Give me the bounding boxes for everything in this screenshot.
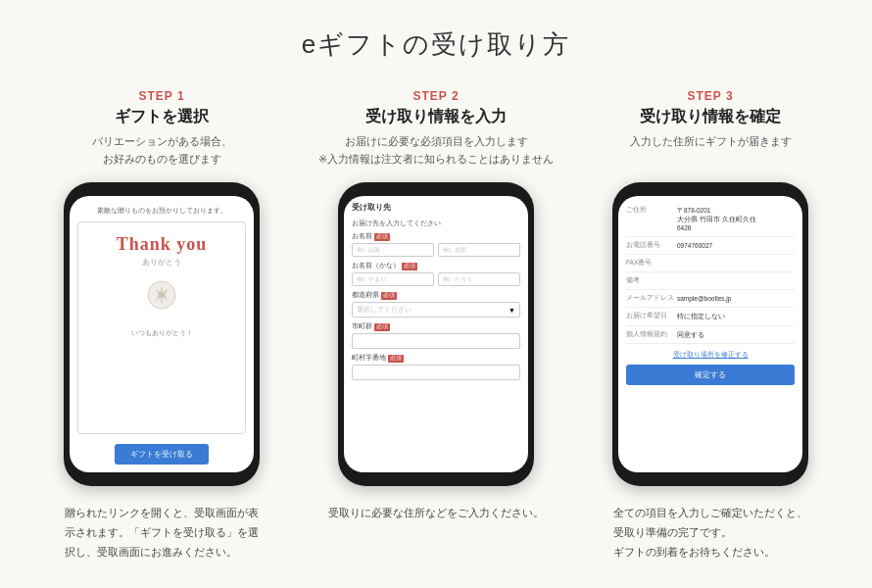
step1-footer: 贈られたリンクを開くと、受取画面が表示されます。「ギフトを受け取る」を選択し、受…	[65, 504, 259, 562]
step1-phone: 素敵な贈りものをお預かりしております。 Thank you ありがとう いつもあ…	[64, 182, 260, 486]
kana-required-badge: 必須	[402, 263, 417, 270]
ribbon-icon	[142, 275, 181, 315]
prefecture-select[interactable]: 選択してください ▼	[352, 302, 520, 318]
screen2-section-title: 受け取り先	[352, 202, 520, 213]
name-label: お名前 必須	[352, 232, 520, 241]
thank-you-text: Thank you	[117, 234, 208, 255]
info-row-privacy: 個人情報規約 同意する	[626, 326, 795, 344]
info-row-address: ご住所 〒878-0201大分県 竹田市 久住町久住6426	[626, 202, 795, 237]
screen1-top-text: 素敵な贈りものをお預かりしております。	[97, 206, 227, 216]
phone3-notch	[681, 182, 740, 192]
step3-footer: 全ての項目を入力しご確定いただくと、受取り準備の完了です。ギフトの到着をお待ちく…	[613, 504, 807, 562]
edit-address-link[interactable]: 受け取り場所を修正する	[626, 350, 795, 360]
step3-desc: 入力した住所にギフトが届きます	[630, 133, 792, 169]
info-row-note: 備考	[626, 272, 795, 290]
phone2-notch	[407, 182, 465, 192]
address-label: 町村字番地 必須	[352, 354, 520, 363]
step3-screen: ご住所 〒878-0201大分県 竹田市 久住町久住6426 お電話番号 097…	[618, 196, 802, 472]
kana-inputs: 例）やまだ 例）たろう	[352, 272, 520, 286]
info-row-phone: お電話番号 0974760027	[626, 237, 795, 255]
step3-phone: ご住所 〒878-0201大分県 竹田市 久住町久住6426 お電話番号 097…	[612, 182, 808, 486]
city-input[interactable]	[352, 333, 520, 349]
name-group: お名前 必須 例）山田 例）太郎	[352, 232, 520, 257]
city-required-badge: 必須	[374, 323, 390, 331]
step1-label: STEP 1	[138, 89, 184, 103]
confirm-button[interactable]: 確定する	[626, 365, 795, 385]
city-label: 市町群 必須	[352, 322, 520, 331]
step2-label: STEP 2	[412, 89, 459, 103]
step2-footer: 受取りに必要な住所などをご入力ください。	[328, 504, 544, 523]
screen2-prompt: お届け先を入力してください	[352, 219, 520, 228]
select-chevron-icon: ▼	[509, 307, 515, 314]
prefecture-placeholder: 選択してください	[357, 306, 412, 315]
kana-input-2[interactable]: 例）たろう	[438, 272, 520, 286]
page-title: eギフトの受け取り方	[29, 27, 843, 62]
info-row-email: メールアドレス sample@bootles.jp	[626, 290, 795, 308]
info-row-delivery-date: お届け希望日 特に指定しない	[626, 308, 795, 325]
address-input[interactable]	[352, 365, 520, 380]
name-input-2[interactable]: 例）太郎	[438, 243, 520, 257]
gift-button[interactable]: ギフトを受け取る	[115, 444, 209, 465]
pref-required-badge: 必須	[381, 292, 397, 300]
screen1-bottom-text: いつもありがとう！	[131, 328, 193, 338]
step2-screen: 受け取り先 お届け先を入力してください お名前 必須 例）山田 例）太郎	[344, 196, 528, 472]
kana-input-1[interactable]: 例）やまだ	[352, 272, 434, 286]
step-3: STEP 3 受け取り情報を確定 入力した住所にギフトが届きます ご住所 〒87…	[578, 89, 843, 562]
kana-label: お名前（かな） 必須	[352, 262, 520, 270]
step2-desc: お届けに必要な必須項目を入力します※入力情報は注文者に知られることはありません	[318, 133, 554, 169]
prefecture-label: 都道府県 必須	[352, 291, 520, 300]
name-inputs: 例）山田 例）太郎	[352, 243, 520, 257]
name-input-1[interactable]: 例）山田	[352, 243, 434, 257]
phone1-notch	[132, 182, 191, 192]
prefecture-group: 都道府県 必須 選択してください ▼	[352, 291, 520, 318]
step1-title: ギフトを選択	[115, 107, 209, 127]
step-2: STEP 2 受け取り情報を入力 お届けに必要な必須項目を入力します※入力情報は…	[304, 89, 568, 562]
city-group: 市町群 必須	[352, 322, 520, 349]
step2-phone: 受け取り先 お届け先を入力してください お名前 必須 例）山田 例）太郎	[338, 182, 534, 486]
required-badge: 必須	[374, 233, 390, 241]
step1-screen: 素敵な贈りものをお預かりしております。 Thank you ありがとう いつもあ…	[70, 196, 254, 472]
step3-label: STEP 3	[687, 89, 733, 103]
step-1: STEP 1 ギフトを選択 バリエーションがある場合、お好みのものを選びます 素…	[29, 89, 294, 562]
screen1-card: Thank you ありがとう いつもありがとう！	[77, 221, 246, 434]
arigato-text: ありがとう	[142, 257, 181, 268]
info-row-fax: FAX番号	[626, 255, 795, 272]
svg-rect-1	[161, 287, 163, 303]
page: eギフトの受け取り方 STEP 1 ギフトを選択 バリエーションがある場合、お好…	[0, 0, 872, 588]
step1-desc: バリエーションがある場合、お好みのものを選びます	[92, 133, 232, 169]
step2-title: 受け取り情報を入力	[365, 107, 507, 127]
address-group: 町村字番地 必須	[352, 354, 520, 380]
address-required-badge: 必須	[388, 355, 404, 363]
kana-group: お名前（かな） 必須 例）やまだ 例）たろう	[352, 262, 520, 286]
step3-title: 受け取り情報を確定	[640, 107, 781, 127]
steps-container: STEP 1 ギフトを選択 バリエーションがある場合、お好みのものを選びます 素…	[29, 89, 843, 562]
